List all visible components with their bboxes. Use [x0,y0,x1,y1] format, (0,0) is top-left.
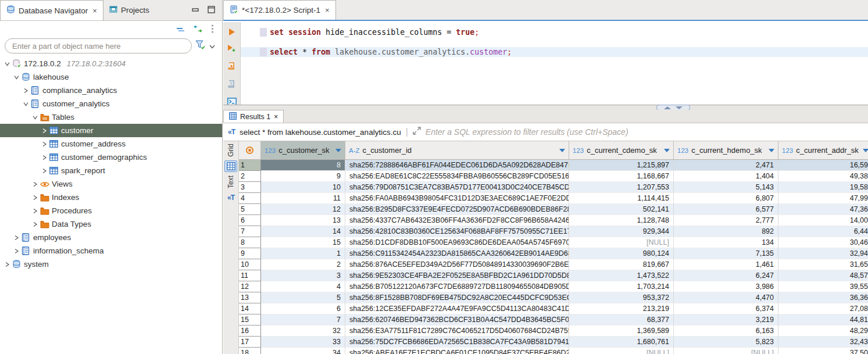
table-row[interactable]: 411sha256:FA0ABB6943B98054FC31D12D3E3AEC… [239,193,868,204]
chevron-right-icon[interactable] [21,88,31,94]
tree-item-system[interactable]: system [0,258,222,271]
tree-item-information-schema[interactable]: information_schema [0,244,222,258]
cell-c-current-addr-sk[interactable]: 44,81 [778,314,868,326]
tree-item-employees[interactable]: employees [0,231,222,244]
cell-c-current-cdemo-sk[interactable]: 213,219 [569,303,674,314]
cell-c-customer-sk[interactable]: 13 [261,215,345,226]
cell-c-current-addr-sk[interactable]: 32,94 [778,248,868,259]
row-number[interactable]: 8 [239,237,261,248]
cell-c-customer-sk[interactable]: 3 [261,270,345,281]
cell-c-current-cdemo-sk[interactable]: 980,124 [569,248,674,259]
restore-up-icon[interactable] [664,106,671,109]
row-number[interactable]: 10 [239,259,261,270]
row-number[interactable]: 4 [239,193,261,204]
row-number[interactable]: 18 [239,348,261,354]
cell-c-customer-sk[interactable]: 5 [261,292,345,303]
expand-filter-icon[interactable] [413,127,421,137]
cell-c-current-cdemo-sk[interactable]: [NULL] [569,237,674,248]
cell-c-customer-sk[interactable]: 34 [261,348,345,354]
column-dropdown-icon[interactable] [559,149,565,152]
table-row[interactable]: 135sha256:8F1528BB708DF69EB475DC92A8C20E… [239,292,868,303]
minimize-icon[interactable] [192,5,199,16]
tree-item-spark-report[interactable]: spark_report [0,164,222,177]
close-icon[interactable]: × [274,113,278,121]
code-line[interactable] [241,37,868,47]
chevron-right-icon[interactable] [30,195,40,201]
tree-item-lakehouse[interactable]: lakehouse [0,70,222,84]
filter-dropdown-chevron-icon[interactable] [209,41,215,51]
table-row[interactable]: 1632sha256:E3A77511F81C7289C76C4065217D5… [239,326,868,337]
cell-c-current-hdemo-sk[interactable]: 892 [674,226,778,237]
tree-item-172-18-0-2[interactable]: 172.18.0.2172.18.0.2:31604 [0,57,222,70]
cell-c-current-cdemo-sk[interactable]: 1,114,415 [569,193,674,204]
maximize-icon[interactable] [208,5,215,16]
close-icon[interactable]: × [325,6,330,15]
chevron-right-icon[interactable] [12,235,22,241]
cell-c-current-hdemo-sk[interactable]: 5,143 [674,182,778,193]
cell-c-current-addr-sk[interactable]: 19,58 [778,182,868,193]
chevron-right-icon[interactable] [12,248,22,254]
cell-c-current-hdemo-sk[interactable]: [NULL] [674,348,778,354]
cell-c-current-cdemo-sk[interactable]: 819,667 [569,259,674,270]
chevron-right-icon[interactable] [30,221,40,227]
row-number[interactable]: 14 [239,303,261,314]
cell-c-current-cdemo-sk[interactable]: 953,372 [569,292,674,303]
cell-c-current-hdemo-sk[interactable]: 1,461 [674,259,778,270]
grid-view-icon[interactable] [224,160,237,172]
tree-item-customer[interactable]: customer [0,124,222,137]
collapse-down-icon[interactable] [676,106,683,109]
tree-item-customer-analytics[interactable]: customer_analytics [0,97,222,110]
cell-c-customer-id[interactable]: sha256:79D08751C3EA7C83BA57D177E00413D0C… [345,182,569,193]
cell-c-customer-id[interactable]: sha256:620746BED947362BCD6CF31B0A4C547DD… [345,314,569,326]
cell-c-customer-id[interactable]: sha256:B705122120A673FC7DE6889727DB11809… [345,281,569,292]
cell-c-current-addr-sk[interactable]: 31,65 [778,259,868,270]
cell-c-current-cdemo-sk[interactable]: [NULL] [569,348,674,354]
tree-item-compliance-analytics[interactable]: compliance_analytics [0,84,222,97]
cell-c-customer-sk[interactable]: 15 [261,237,345,248]
cell-c-customer-id[interactable]: sha256:12CE35EFDABF272A4A47E9FA9CC5D4113… [345,303,569,314]
cell-c-customer-id[interactable]: sha256:876ACE5EFED349A2D56F77D5084891433… [345,259,569,270]
cell-c-current-hdemo-sk[interactable]: 134 [674,237,778,248]
chevron-right-icon[interactable] [30,181,40,187]
row-number[interactable]: 15 [239,314,261,326]
cell-c-customer-sk[interactable]: 10 [261,182,345,193]
execute-new-tab-icon[interactable] [227,45,236,55]
cell-c-current-hdemo-sk[interactable]: 4,470 [674,292,778,303]
cell-c-customer-sk[interactable]: 33 [261,337,345,348]
cell-c-current-addr-sk[interactable]: 14,00 [778,215,868,226]
table-row[interactable]: 29sha256:EAD8E61C8C22E555834FBBA9B60556C… [239,171,868,182]
cell-c-current-hdemo-sk[interactable]: 7,135 [674,248,778,259]
cell-c-customer-id[interactable]: sha256:4337C7AB6432E3B06FF4A3636FD2F8CC8… [345,215,569,226]
row-number[interactable]: 13 [239,292,261,303]
cell-c-customer-id[interactable]: sha256:42810C83B0360CE125634F068BAF8FF75… [345,226,569,237]
cell-c-current-cdemo-sk[interactable]: 1,680,761 [569,337,674,348]
table-row[interactable]: 512sha256:B295D8FC337E9E4FECD0725D907ACD… [239,204,868,215]
tab-database-navigator[interactable]: Database Navigator × [0,0,103,20]
tree-item-views[interactable]: Views [0,177,222,191]
cell-c-current-addr-sk[interactable]: 47,99 [778,193,868,204]
cell-c-customer-sk[interactable]: 8 [261,160,345,171]
cell-c-current-hdemo-sk[interactable]: 5,823 [674,337,778,348]
cell-c-current-hdemo-sk[interactable]: 3,986 [674,281,778,292]
tree-item-customer-demographics[interactable]: customer_demographics [0,151,222,164]
cell-c-customer-id[interactable]: sha256:75DC7FCB6686EDA72565C1B838CA7FC43… [345,337,569,348]
code-line[interactable]: set session hide_inaccessible_columns = … [241,27,868,37]
collapse-all-icon[interactable] [176,24,185,35]
tree-item-customer-address[interactable]: customer_address [0,137,222,151]
explain-plan-icon[interactable] [227,80,236,91]
cell-c-current-addr-sk[interactable]: 36,36 [778,292,868,303]
table-row[interactable]: 613sha256:4337C7AB6432E3B06FF4A3636FD2F8… [239,215,868,226]
cell-c-current-addr-sk[interactable]: 27,08 [778,303,868,314]
view-menu-icon[interactable] [211,24,214,35]
row-number[interactable]: 16 [239,326,261,337]
column-dropdown-icon[interactable] [863,149,868,152]
cell-c-current-addr-sk[interactable]: 47,36 [778,204,868,215]
editor-results-splitter[interactable] [223,105,868,110]
chevron-right-icon[interactable] [2,262,12,267]
row-number[interactable]: 2 [239,171,261,182]
row-number[interactable]: 5 [239,204,261,215]
cell-c-customer-id[interactable]: sha256:8F1528BB708DF69EB475DC92A8C20EC44… [345,292,569,303]
text-view-icon[interactable]: «T [224,192,237,203]
row-number[interactable]: 6 [239,215,261,226]
row-number[interactable]: 12 [239,281,261,292]
